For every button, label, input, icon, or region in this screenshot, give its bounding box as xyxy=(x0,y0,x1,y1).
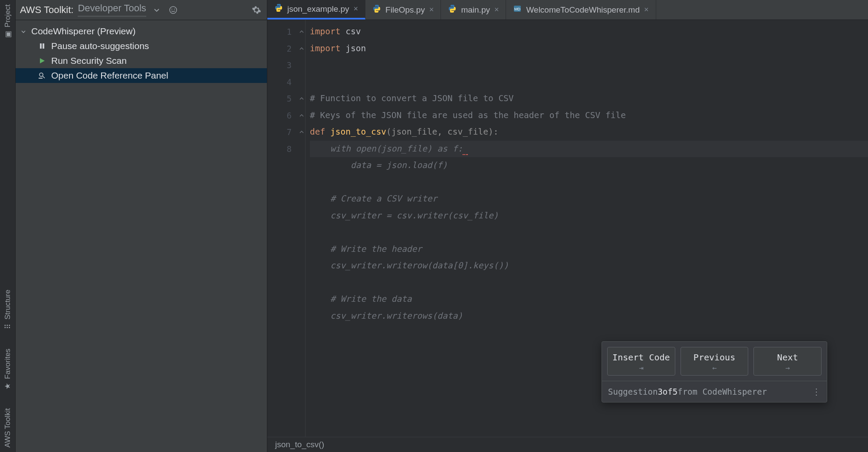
reference-icon xyxy=(37,72,47,79)
kebab-menu-icon[interactable]: ⋮ xyxy=(812,386,821,397)
file-icon xyxy=(372,4,381,15)
fold-gutter xyxy=(298,20,306,437)
feedback-icon[interactable] xyxy=(167,4,179,16)
file-icon: MD xyxy=(513,4,522,15)
insert-code-button[interactable]: Insert Code ⇥ xyxy=(607,347,675,376)
code-line[interactable]: csv_writer.writerow(data[0].keys()) xyxy=(310,257,868,274)
code-line[interactable] xyxy=(310,74,868,91)
tab-label: FileOps.py xyxy=(385,5,425,15)
aws-toolkit-tool-button[interactable]: AWS Toolkit xyxy=(3,404,12,452)
tab-label: json_example.py xyxy=(287,4,349,14)
code-line[interactable]: # Create a CSV writer xyxy=(310,191,868,208)
play-icon xyxy=(37,57,47,64)
gear-icon[interactable] xyxy=(250,4,263,16)
fold-marker[interactable] xyxy=(298,23,305,40)
code-line[interactable]: # Write the header xyxy=(310,241,868,258)
suggestion-footer: Suggestion 3 of 5 from CodeWhisperer ⋮ xyxy=(602,381,827,402)
star-icon: ★ xyxy=(3,383,12,389)
editor-area: json_example.py×FileOps.py×main.py×MDWel… xyxy=(267,0,868,452)
tool-panel-subtitle[interactable]: Developer Tools xyxy=(78,3,146,17)
svg-point-0 xyxy=(170,7,177,13)
fold-marker xyxy=(298,191,305,208)
svg-point-2 xyxy=(174,9,175,10)
tab-fileops-py[interactable]: FileOps.py× xyxy=(365,0,441,20)
fold-marker[interactable] xyxy=(298,90,305,107)
fold-marker[interactable] xyxy=(298,124,305,141)
code-line[interactable] xyxy=(310,174,868,191)
editor-body[interactable]: 12345678 import csvimport json # Functio… xyxy=(267,20,868,437)
code-line[interactable] xyxy=(310,224,868,241)
fold-marker xyxy=(298,157,305,174)
svg-rect-6 xyxy=(39,78,43,79)
next-button[interactable]: Next → xyxy=(753,347,822,376)
folder-icon: ▣ xyxy=(3,31,12,38)
fold-marker xyxy=(298,208,305,224)
fold-marker xyxy=(298,57,305,74)
svg-rect-4 xyxy=(43,43,44,49)
fold-marker xyxy=(298,224,305,241)
fold-marker xyxy=(298,174,305,191)
chevron-down-icon xyxy=(21,26,27,36)
breadcrumb[interactable]: json_to_csv() xyxy=(267,437,868,452)
previous-button[interactable]: Previous ← xyxy=(681,347,749,376)
close-icon[interactable]: × xyxy=(644,5,649,14)
close-icon[interactable]: × xyxy=(494,5,499,14)
tree-item-open-code-reference[interactable]: Open Code Reference Panel xyxy=(16,68,267,83)
code-line[interactable]: with open(json_file) as f: xyxy=(310,141,868,158)
project-tool-button[interactable]: ▣ Project xyxy=(3,0,12,43)
svg-rect-3 xyxy=(40,43,42,49)
tree-root-codewhisperer[interactable]: CodeWhisperer (Preview) xyxy=(16,24,267,39)
line-number-gutter: 12345678 xyxy=(267,20,298,437)
code-line[interactable]: # Write the data xyxy=(310,291,868,308)
shortcut-label: ⇥ xyxy=(609,363,673,373)
svg-point-1 xyxy=(171,9,172,10)
code-line[interactable] xyxy=(310,57,868,74)
fold-marker[interactable] xyxy=(298,40,305,57)
suggestion-popup: Insert Code ⇥ Previous ← Next → Suggesti… xyxy=(602,341,827,403)
aws-toolkit-panel: AWS Toolkit: Developer Tools CodeWhisper… xyxy=(16,0,267,452)
editor-tabs: json_example.py×FileOps.py×main.py×MDWel… xyxy=(267,0,868,20)
tree-item-run-security-scan[interactable]: Run Security Scan xyxy=(16,53,267,68)
file-icon xyxy=(274,3,283,14)
close-icon[interactable]: × xyxy=(354,4,358,13)
code-line[interactable]: data = json.load(f) xyxy=(310,157,868,174)
svg-point-5 xyxy=(39,73,43,76)
pause-icon xyxy=(37,43,47,49)
code-line[interactable]: # Function to convert a JSON file to CSV xyxy=(310,90,868,107)
tab-main-py[interactable]: main.py× xyxy=(441,0,506,20)
left-tool-gutter: ▣ Project ⠿ Structure ★ Favorites AWS To… xyxy=(0,0,16,452)
line-number: 7 xyxy=(267,124,292,141)
fold-marker xyxy=(298,257,305,274)
chevron-down-icon[interactable] xyxy=(151,4,163,16)
line-number: 2 xyxy=(267,40,292,57)
line-number: 4 xyxy=(267,74,292,91)
tree-item-pause-suggestions[interactable]: Pause auto-suggestions xyxy=(16,39,267,53)
structure-icon: ⠿ xyxy=(3,324,12,330)
code-line[interactable]: import csv xyxy=(310,23,868,40)
code-line[interactable] xyxy=(310,274,868,291)
shortcut-label: → xyxy=(756,363,819,373)
code-line[interactable]: import json xyxy=(310,40,868,57)
tab-label: main.py xyxy=(461,5,490,15)
fold-marker xyxy=(298,74,305,91)
fold-marker xyxy=(298,291,305,308)
code-line[interactable]: def json_to_csv(json_file, csv_file): xyxy=(310,124,868,141)
fold-marker xyxy=(298,141,305,158)
shortcut-label: ← xyxy=(683,363,746,373)
line-number: 1 xyxy=(267,23,292,40)
line-number: 3 xyxy=(267,57,292,74)
fold-marker[interactable] xyxy=(298,107,305,124)
tool-panel-header: AWS Toolkit: Developer Tools xyxy=(16,0,267,20)
tab-welcometocodewhisperer-md[interactable]: MDWelcomeToCodeWhisperer.md× xyxy=(506,0,656,20)
tab-label: WelcomeToCodeWhisperer.md xyxy=(526,5,640,15)
close-icon[interactable]: × xyxy=(429,5,434,14)
structure-tool-button[interactable]: ⠿ Structure xyxy=(3,285,12,336)
file-icon xyxy=(448,4,457,15)
svg-text:MD: MD xyxy=(514,7,520,11)
code-line[interactable]: csv_writer = csv.writer(csv_file) xyxy=(310,208,868,224)
code-line[interactable]: csv_writer.writerows(data) xyxy=(310,308,868,325)
favorites-tool-button[interactable]: ★ Favorites xyxy=(3,344,12,395)
code-line[interactable]: # Keys of the JSON file are used as the … xyxy=(310,107,868,124)
tab-json_example-py[interactable]: json_example.py× xyxy=(267,0,365,20)
fold-marker xyxy=(298,308,305,325)
